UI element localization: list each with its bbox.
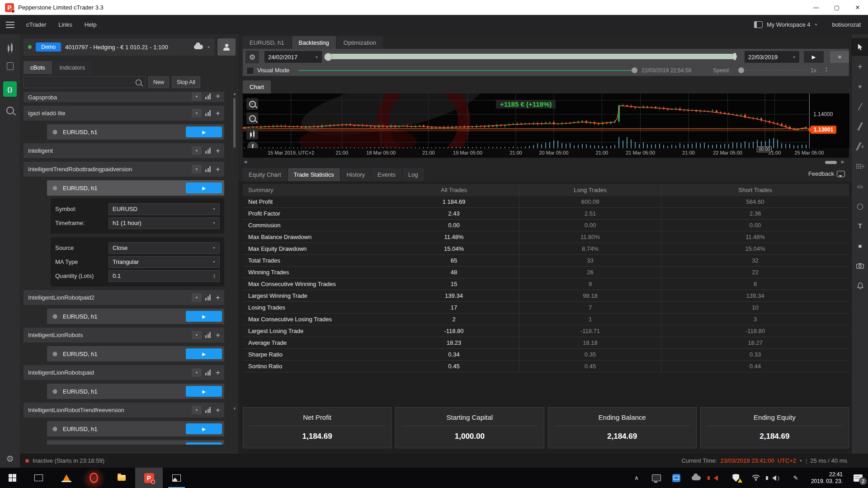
automate-section-icon[interactable]: {} bbox=[0, 81, 20, 97]
cbot-header[interactable]: igazi eladó lite▼+ bbox=[24, 106, 224, 121]
taskbar-photos[interactable] bbox=[163, 468, 190, 488]
tab-history[interactable]: History bbox=[341, 168, 371, 181]
add-instance-button[interactable]: + bbox=[214, 165, 222, 174]
username-label[interactable]: botisorozat bbox=[832, 21, 861, 28]
expand-chevron-button[interactable]: ▼ bbox=[192, 368, 202, 377]
taskbar-clock[interactable]: 22:41 2019. 03. 23. bbox=[806, 471, 848, 485]
account-selector[interactable]: Demo 4010797 - Hedging - € 1 010.21 - 1:… bbox=[24, 38, 215, 56]
date-range-slider[interactable] bbox=[327, 54, 737, 59]
scroll-up-icon[interactable]: ▲ bbox=[232, 92, 237, 96]
tray-chevron-icon[interactable]: ∧ bbox=[627, 468, 646, 488]
scroll-down-icon[interactable]: ▼ bbox=[232, 407, 237, 411]
backtest-results-icon[interactable] bbox=[205, 110, 211, 116]
cbot-header[interactable]: intelligent▼+ bbox=[24, 143, 224, 158]
speed-slider[interactable] bbox=[739, 70, 807, 70]
backtest-settings-button[interactable]: ⚙ bbox=[245, 51, 259, 63]
add-instance-button[interactable]: + bbox=[214, 368, 222, 377]
cbot-header[interactable]: IntelligentLionRobots▼+ bbox=[24, 328, 224, 343]
start-button[interactable] bbox=[0, 468, 25, 488]
menu-help[interactable]: Help bbox=[85, 21, 97, 28]
cbot-header[interactable]: IntelligentLionRobotTrendfreeversion▼+ bbox=[24, 403, 224, 418]
backtest-results-icon[interactable] bbox=[205, 370, 211, 375]
play-button[interactable]: ▶ bbox=[186, 127, 222, 137]
text-tool-icon[interactable]: T bbox=[852, 217, 868, 235]
tray-onedrive-icon[interactable] bbox=[686, 468, 706, 488]
visual-mode-checkbox[interactable] bbox=[246, 67, 254, 75]
play-button[interactable]: ▶ bbox=[186, 423, 222, 434]
tray-remote-app-icon[interactable] bbox=[666, 468, 686, 488]
copy-section-icon[interactable] bbox=[0, 62, 20, 70]
cbot-instance[interactable]: EURUSD, h1▶ bbox=[47, 384, 224, 399]
cbot-instance[interactable]: EURUSD, h1▶ bbox=[47, 180, 224, 196]
taskbar-file-explorer[interactable] bbox=[108, 468, 135, 488]
cbot-instance[interactable]: EURUSD, h1▶ bbox=[47, 440, 224, 445]
workspace-layout-icon[interactable] bbox=[754, 21, 763, 28]
parameter-dropdown[interactable]: Close▼ bbox=[108, 242, 220, 254]
parameter-dropdown[interactable]: Triangular▼ bbox=[108, 256, 220, 268]
cbot-instance[interactable]: EURUSD, h1▶ bbox=[47, 346, 224, 361]
add-instance-button[interactable]: + bbox=[214, 146, 222, 155]
backtest-results-icon[interactable] bbox=[205, 332, 211, 338]
backtest-results-icon[interactable] bbox=[205, 295, 211, 300]
parameter-dropdown[interactable]: h1 (1 hour)▼ bbox=[108, 217, 220, 229]
play-button[interactable]: ▶ bbox=[186, 442, 222, 445]
task-view-button[interactable] bbox=[25, 468, 52, 488]
taskbar-ctrader[interactable]: P bbox=[135, 468, 163, 488]
tab-trade-statistics[interactable]: Trade Statistics bbox=[288, 168, 340, 181]
expand-chevron-button[interactable]: ▼ bbox=[192, 331, 202, 339]
backtest-results-icon[interactable] bbox=[205, 166, 211, 172]
crosshair-tool-icon[interactable]: + bbox=[852, 58, 868, 76]
fibonacci-tool-icon[interactable]: F bbox=[852, 157, 868, 175]
tab-cbots[interactable]: cBots bbox=[24, 61, 52, 74]
alert-bell-tool-icon[interactable] bbox=[852, 277, 868, 295]
backtest-results-icon[interactable] bbox=[205, 407, 211, 413]
add-instance-button[interactable]: + bbox=[214, 92, 222, 101]
scroll-left-icon[interactable]: ◀ bbox=[244, 160, 247, 164]
notification-center-button[interactable]: 2 bbox=[848, 468, 868, 488]
tray-monitor-icon[interactable] bbox=[646, 468, 666, 488]
new-cbot-button[interactable]: New bbox=[148, 76, 169, 88]
expand-chevron-button[interactable]: ▼ bbox=[192, 165, 202, 174]
stepper-arrows[interactable]: ▲▼ bbox=[213, 273, 216, 279]
tray-audio-device-icon[interactable] bbox=[706, 468, 726, 488]
zoom-in-button[interactable]: + bbox=[246, 98, 258, 110]
add-instance-button[interactable]: + bbox=[214, 293, 222, 302]
menu-links[interactable]: Links bbox=[58, 21, 72, 28]
tray-defender-icon[interactable] bbox=[726, 468, 746, 488]
analyze-section-icon[interactable] bbox=[0, 107, 20, 114]
tab-symbol-chart[interactable]: EURUSD, h1 bbox=[243, 36, 291, 49]
play-button[interactable]: ▶ bbox=[186, 311, 222, 322]
play-button[interactable]: ▶ bbox=[186, 348, 222, 359]
cbot-header[interactable]: IntelligentTrendRobottradingpaidversion▼… bbox=[24, 162, 224, 177]
scrollbar-thumb[interactable] bbox=[233, 98, 236, 148]
add-instance-button[interactable]: + bbox=[214, 109, 222, 118]
parameter-dropdown[interactable]: EURUSD▼ bbox=[108, 203, 220, 215]
cbot-header[interactable]: Gapsproba▼+ bbox=[24, 92, 224, 102]
taskbar-opera[interactable] bbox=[80, 468, 108, 488]
chart-scrollbar-thumb[interactable] bbox=[825, 161, 837, 164]
scroll-right-icon[interactable]: ▶ bbox=[841, 160, 844, 164]
backtest-progress-handle[interactable] bbox=[632, 67, 637, 73]
parallel-lines-tool-icon[interactable]: ╱╱ bbox=[852, 117, 868, 136]
profile-button[interactable] bbox=[217, 38, 236, 56]
end-date-picker[interactable]: 22/03/2019▼ bbox=[745, 51, 799, 63]
tab-optimization[interactable]: Optimization bbox=[337, 36, 383, 49]
hamburger-menu-icon[interactable] bbox=[0, 15, 20, 34]
camera-tool-icon[interactable] bbox=[852, 257, 868, 275]
stop-all-button[interactable]: Stop All bbox=[172, 76, 200, 88]
menu-ctrader[interactable]: cTrader bbox=[26, 21, 46, 28]
expand-chevron-button[interactable]: ▼ bbox=[192, 92, 202, 101]
workspace-selector[interactable]: My Workspace 4 bbox=[767, 21, 811, 28]
stop-backtest-button[interactable]: ■ bbox=[830, 51, 849, 63]
expand-chevron-button[interactable]: ▼ bbox=[192, 109, 202, 117]
tray-wifi-icon[interactable] bbox=[746, 468, 766, 488]
tab-indicators[interactable]: Indicators bbox=[53, 61, 92, 74]
play-button[interactable]: ▶ bbox=[186, 386, 222, 397]
tab-equity-chart[interactable]: Equity Chart bbox=[243, 168, 287, 181]
cbot-instance[interactable]: EURUSD, h1▶ bbox=[47, 309, 224, 324]
cbot-header[interactable]: IntelligentLionRobotspaid▼+ bbox=[24, 365, 224, 380]
equidistant-channel-tool-icon[interactable]: ╱╱E bbox=[852, 137, 868, 155]
cbot-instance[interactable]: EURUSD, h1▶ bbox=[47, 421, 224, 436]
chart-type-button[interactable] bbox=[246, 128, 258, 140]
start-backtest-button[interactable]: ▶ bbox=[804, 51, 824, 63]
